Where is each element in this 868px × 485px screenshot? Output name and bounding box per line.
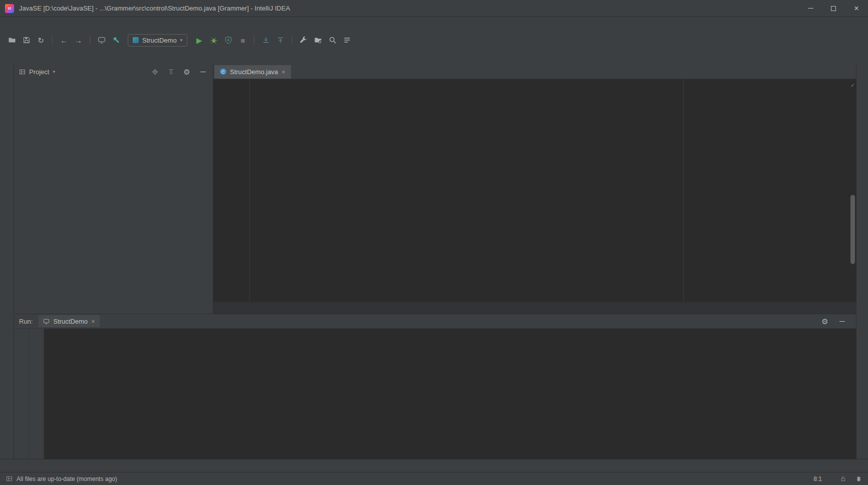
forward-button[interactable]: → [72,34,85,47]
status-bar: All files are up-to-date (moments ago) 8… [0,472,868,485]
close-icon[interactable]: × [281,68,285,76]
toolbar-separator [254,36,254,45]
console-icon [43,318,50,325]
close-button[interactable]: × [845,0,868,17]
refresh-icon: ↻ [38,37,44,44]
update-project-button[interactable] [259,34,272,47]
commit-button[interactable] [273,34,287,47]
maximize-button[interactable] [822,0,845,17]
compile-button[interactable] [95,34,108,47]
window-controls: × [799,0,868,17]
save-all-button[interactable] [20,34,33,47]
run-toolbar-secondary [29,329,44,459]
project-panel-header: Project ▾ ⚙ [14,64,213,79]
right-margin-guide [683,79,684,302]
editor-tab-structdemo[interactable]: C StructDemo.java × [214,65,291,79]
editor-tab-bar: C StructDemo.java × [213,64,856,79]
close-icon[interactable]: × [91,318,95,325]
run-console[interactable] [44,329,856,459]
intellij-logo: IJ [5,4,14,13]
save-icon [23,36,31,44]
scrollbar-thumb[interactable] [850,195,855,264]
class-icon: C [220,69,226,75]
run-tab[interactable]: StructDemo × [39,315,99,327]
editor-tab-label: StructDemo.java [230,68,278,76]
minimize-icon [808,8,813,9]
editor-area: C StructDemo.java × ✓ [213,64,856,314]
chevron-down-icon: ▾ [53,69,55,74]
upload-icon [276,36,284,44]
chevron-down-icon: ▾ [180,38,183,43]
list-lines-icon [343,36,351,44]
editor-breadcrumb [213,302,856,314]
collapse-all-icon [168,69,174,75]
build-project-button[interactable] [109,34,123,47]
project-tool-window: Project ▾ ⚙ [14,64,213,314]
main-toolbar: ↻ ← → StructDemo ▾ ▶ ■ [0,31,868,49]
code-editor[interactable]: ✓ [213,79,856,302]
run-button[interactable]: ▶ [192,34,206,47]
open-button[interactable] [5,34,19,47]
run-config-icon [133,37,139,43]
run-settings-button[interactable]: ⚙ [820,316,830,326]
window-title: JavaSE [D:\code\JavaSE] - ...\Grammer\sr… [19,5,290,12]
project-panel-title[interactable]: Project [29,68,49,76]
run-tool-window: Run: StructDemo × ⚙ [14,314,856,459]
find-in-path-button[interactable] [340,34,354,47]
forward-icon: → [75,37,82,44]
search-everywhere-button[interactable] [326,34,339,47]
bug-icon [210,36,218,44]
minimize-icon [200,72,206,72]
project-panel-icon [19,69,26,75]
menu-bar [0,17,868,31]
run-panel-header: Run: StructDemo × ⚙ [14,314,856,328]
gear-icon: ⚙ [183,68,190,76]
maximize-icon [831,6,836,11]
toolwindow-switcher-icon[interactable] [6,475,13,482]
caret-position-widget[interactable]: 8:1 [813,475,822,482]
editor-scrollbar[interactable] [850,79,855,302]
highlighting-level-icon[interactable] [855,475,862,482]
stop-button[interactable]: ■ [236,34,249,47]
wrench-icon [300,36,308,44]
download-icon [262,36,270,44]
synchronize-button[interactable]: ↻ [34,34,48,47]
search-icon [329,36,337,44]
settings-button[interactable] [297,34,310,47]
hide-panel-button[interactable] [198,67,208,77]
hammer-icon [112,36,120,44]
title-bar: IJ JavaSE [D:\code\JavaSE] - ...\Grammer… [0,0,868,17]
run-config-select[interactable]: StructDemo ▾ [128,34,187,47]
coverage-button[interactable] [221,34,235,47]
locate-file-button[interactable] [150,67,160,77]
toolbar-separator [52,36,53,45]
folder-open-icon [8,36,16,44]
navigation-breadcrumb [0,49,868,64]
inspections-ok-icon[interactable]: ✓ [851,80,854,91]
minimize-button[interactable] [799,0,822,17]
left-toolwindow-stripe [0,64,14,459]
monitor-icon [98,36,106,44]
bottom-toolwindow-bar [0,459,868,472]
stop-icon: ■ [240,37,245,44]
project-structure-button[interactable] [311,34,325,47]
minimize-icon [839,321,845,322]
project-tree [14,79,213,314]
status-message: All files are up-to-date (moments ago) [17,475,117,482]
folder-gear-icon [314,36,322,44]
back-button[interactable]: ← [57,34,71,47]
run-toolbar-primary [14,329,29,459]
hide-run-panel-button[interactable] [837,316,847,326]
toolbar-separator [292,36,292,45]
right-toolwindow-stripe [856,64,868,459]
run-config-label: StructDemo [142,37,177,44]
close-icon: × [854,4,858,13]
target-icon [152,69,158,75]
lock-icon[interactable] [840,475,846,482]
collapse-all-button[interactable] [166,67,176,77]
gear-icon: ⚙ [821,318,828,325]
gutter-separator [249,79,250,302]
panel-settings-button[interactable]: ⚙ [182,67,192,77]
debug-button[interactable] [207,34,220,47]
back-icon: ← [60,37,68,44]
